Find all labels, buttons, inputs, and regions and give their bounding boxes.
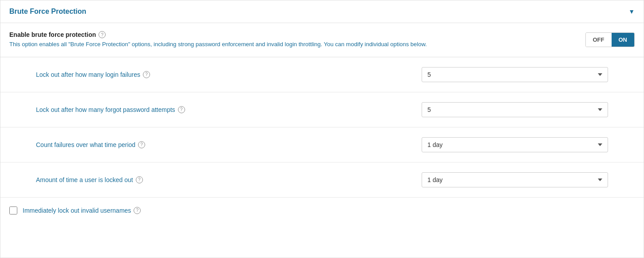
chevron-down-icon[interactable]: ▼ bbox=[628, 8, 635, 15]
enable-section: Enable brute force protection ? This opt… bbox=[0, 23, 644, 57]
enable-help-icon[interactable]: ? bbox=[99, 31, 106, 38]
settings-select-forgot-password[interactable]: 35101520 bbox=[422, 102, 608, 117]
enable-description: This option enables all "Brute Force Pro… bbox=[9, 40, 577, 49]
settings-help-icon-login-failures[interactable]: ? bbox=[143, 71, 150, 78]
settings-row-time-period: Count failures over what time period?1 h… bbox=[0, 127, 644, 163]
checkbox-label-text: Immediately lock out invalid usernames bbox=[23, 207, 131, 214]
settings-row-login-failures: Lock out after how many login failures?3… bbox=[0, 57, 644, 92]
settings-row-lockout-duration: Amount of time a user is locked out?30 m… bbox=[0, 163, 644, 198]
settings-select-lockout-duration[interactable]: 30 minutes1 hour1 daypermanent bbox=[422, 172, 608, 187]
section-title: Brute Force Protection bbox=[9, 8, 86, 16]
section-header: Brute Force Protection ▼ bbox=[0, 0, 644, 23]
settings-control-forgot-password: 35101520 bbox=[422, 102, 608, 117]
settings-control-lockout-duration: 30 minutes1 hour1 daypermanent bbox=[422, 172, 608, 187]
settings-label-text-forgot-password: Lock out after how many forgot password … bbox=[36, 106, 175, 113]
toggle-on-button[interactable]: ON bbox=[612, 33, 635, 47]
settings-control-time-period: 1 hour1 day1 week bbox=[422, 137, 608, 152]
toggle-container: OFF ON bbox=[585, 32, 635, 47]
toggle-off-button[interactable]: OFF bbox=[586, 33, 612, 47]
settings-control-login-failures: 35101520 bbox=[422, 67, 608, 82]
checkbox-help-icon[interactable]: ? bbox=[134, 207, 141, 214]
settings-label-time-period: Count failures over what time period? bbox=[36, 141, 145, 148]
settings-label-text-lockout-duration: Amount of time a user is locked out bbox=[36, 176, 133, 183]
settings-select-login-failures[interactable]: 35101520 bbox=[422, 67, 608, 82]
enable-label: Enable brute force protection ? bbox=[9, 31, 577, 38]
settings-select-time-period[interactable]: 1 hour1 day1 week bbox=[422, 137, 608, 152]
settings-help-icon-time-period[interactable]: ? bbox=[138, 141, 145, 148]
checkbox-label: Immediately lock out invalid usernames ? bbox=[23, 207, 141, 214]
settings-rows: Lock out after how many login failures?3… bbox=[0, 57, 644, 198]
settings-help-icon-forgot-password[interactable]: ? bbox=[178, 106, 185, 113]
settings-row-forgot-password: Lock out after how many forgot password … bbox=[0, 92, 644, 127]
immediately-lockout-checkbox[interactable] bbox=[9, 206, 17, 214]
settings-label-text-time-period: Count failures over what time period bbox=[36, 141, 135, 148]
settings-label-lockout-duration: Amount of time a user is locked out? bbox=[36, 176, 143, 183]
settings-label-forgot-password: Lock out after how many forgot password … bbox=[36, 106, 185, 113]
page-container: Brute Force Protection ▼ Enable brute fo… bbox=[0, 0, 644, 258]
enable-section-left: Enable brute force protection ? This opt… bbox=[9, 31, 577, 49]
checkbox-row: Immediately lock out invalid usernames ? bbox=[0, 198, 644, 223]
settings-label-login-failures: Lock out after how many login failures? bbox=[36, 71, 150, 78]
enable-label-text: Enable brute force protection bbox=[9, 31, 96, 38]
settings-help-icon-lockout-duration[interactable]: ? bbox=[136, 176, 143, 183]
settings-label-text-login-failures: Lock out after how many login failures bbox=[36, 71, 140, 78]
